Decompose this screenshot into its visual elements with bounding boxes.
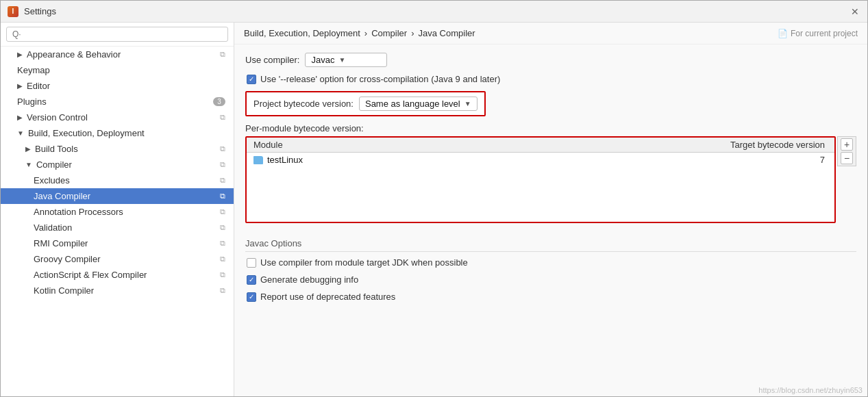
javac-options-section: Javac Options [245,238,856,252]
sidebar-item-keymap[interactable]: Keymap [1,62,234,78]
sidebar-item-label: Annotation Processors [34,207,123,217]
copy-icon: ⧉ [220,50,225,59]
add-row-button[interactable]: + [841,138,853,151]
sidebar-item-label: Validation [34,222,72,233]
settings-content: Use compiler: Javac ▼ ✓ Use '--release' … [234,44,867,396]
window-title: Settings [24,6,56,16]
sidebar-item-version-control[interactable]: ▶ Version Control ⧉ [1,110,234,125]
sidebar-item-label: Editor [27,81,50,91]
sidebar-item-label: Build, Execution, Deployment [28,128,145,138]
debugging-info-row: ✓ Generate debugging info [245,274,856,285]
sidebar-item-kotlin-compiler[interactable]: Kotlin Compiler ⧉ [1,283,234,298]
breadcrumb: Build, Execution, Deployment › Compiler … [234,23,867,44]
bytecode-value: Same as language level [365,99,460,109]
deprecated-features-row: ✓ Report use of deprecated features [245,292,856,302]
copy-icon: ⧉ [220,207,225,216]
module-name: testLinux [253,155,820,165]
sidebar-item-plugins[interactable]: Plugins 3 [1,94,234,110]
per-module-table: Module Target bytecode version testLinux… [245,136,836,223]
title-bar: I Settings ✕ [1,1,867,23]
sidebar-item-compiler[interactable]: ▼ Compiler ⧉ [1,157,234,172]
search-box [1,23,234,47]
sidebar-item-actionscript-flex[interactable]: ActionScript & Flex Compiler ⧉ [1,267,234,283]
sidebar-item-editor[interactable]: ▶ Editor [1,78,234,94]
breadcrumb-current: Java Compiler [419,28,475,38]
dropdown-arrow-icon: ▼ [338,56,345,64]
module-target-jdk-row: Use compiler from module target JDK when… [245,257,856,268]
col-module-header: Module [253,140,730,150]
copy-icon: ⧉ [220,144,225,153]
sidebar-item-label: Appearance & Behavior [27,49,121,60]
arrow-icon: ▶ [25,145,31,153]
settings-window: I Settings ✕ ▶ Appearance & Behavior ⧉ K… [0,0,868,397]
col-version-header: Target bytecode version [730,140,828,150]
remove-row-button[interactable]: − [841,152,853,164]
sidebar-item-label: Excludes [34,175,70,185]
bytecode-version-select[interactable]: Same as language level ▼ [359,97,478,111]
release-option-label: Use '--release' option for cross-compila… [260,74,500,84]
deprecated-features-checkbox[interactable]: ✓ [247,292,256,302]
debugging-info-label: Generate debugging info [260,274,358,285]
sidebar-item-label: Plugins [17,97,47,107]
sidebar-item-rmi-compiler[interactable]: RMI Compiler ⧉ [1,235,234,251]
arrow-icon: ▶ [17,114,23,121]
table-header: Module Target bytecode version [247,138,834,153]
breadcrumb-part-2: Compiler [371,28,407,38]
copy-icon: ⧉ [220,160,225,169]
release-option-checkbox[interactable]: ✓ [247,75,256,84]
close-button[interactable]: ✕ [850,6,860,17]
module-jdk-checkbox[interactable] [247,258,256,268]
sidebar-item-annotation-processors[interactable]: Annotation Processors ⧉ [1,204,234,220]
sidebar-item-excludes[interactable]: Excludes ⧉ [1,172,234,188]
copy-icon: ⧉ [220,176,225,185]
arrow-icon: ▶ [17,82,23,90]
sidebar: ▶ Appearance & Behavior ⧉ Keymap ▶ Edito… [1,23,234,396]
sidebar-item-validation[interactable]: Validation ⧉ [1,220,234,235]
copy-icon: ⧉ [220,286,225,295]
sidebar-item-label: Groovy Compiler [34,254,101,264]
arrow-icon: ▼ [17,129,24,137]
use-compiler-label: Use compiler: [245,55,299,65]
sidebar-item-label: Version Control [27,112,88,123]
sidebar-item-groovy-compiler[interactable]: Groovy Compiler ⧉ [1,251,234,267]
table-row: testLinux 7 [247,153,834,167]
project-icon: 📄 [778,29,788,38]
sidebar-item-label: Kotlin Compiler [34,285,94,296]
table-controls: + − [837,136,856,166]
sidebar-item-label: Keymap [17,65,50,75]
copy-icon: ⧉ [220,113,225,122]
per-module-table-container: Module Target bytecode version testLinux… [245,136,856,230]
module-jdk-label: Use compiler from module target JDK when… [260,257,468,268]
arrow-icon: ▼ [25,161,32,168]
breadcrumb-sep-1: › [364,28,367,38]
breadcrumb-part-1: Build, Execution, Deployment [244,28,360,38]
debugging-info-checkbox[interactable]: ✓ [247,275,256,285]
arrow-icon: ▶ [17,51,23,58]
compiler-value: Javac [311,55,334,65]
copy-icon: ⧉ [220,239,225,248]
breadcrumb-sep-2: › [411,28,414,38]
version-value: 7 [820,155,828,165]
use-compiler-select[interactable]: Javac ▼ [305,53,387,67]
main-panel: Build, Execution, Deployment › Compiler … [234,23,867,396]
search-input[interactable] [6,27,228,42]
plugins-badge: 3 [213,97,225,106]
copy-icon: ⧉ [220,270,225,279]
sidebar-item-label: Build Tools [35,144,78,154]
sidebar-item-build-tools[interactable]: ▶ Build Tools ⧉ [1,141,234,157]
sidebar-item-build-exec-deploy[interactable]: ▼ Build, Execution, Deployment [1,125,234,141]
release-option-row: ✓ Use '--release' option for cross-compi… [245,74,856,84]
per-module-label: Per-module bytecode version: [245,123,856,133]
app-icon: I [8,6,18,17]
sidebar-item-label: RMI Compiler [34,238,88,248]
sidebar-item-label: Compiler [36,159,72,170]
watermark: https://blog.csdn.net/zhuyin653 [758,386,863,394]
copy-icon: ⧉ [220,223,225,232]
folder-icon [253,156,263,164]
deprecated-features-label: Report use of deprecated features [260,292,395,302]
project-bytecode-label: Project bytecode version: [253,99,354,109]
sidebar-item-java-compiler[interactable]: Java Compiler ⧉ [1,188,234,204]
table-empty-area [247,167,834,222]
copy-icon: ⧉ [220,192,225,201]
sidebar-item-appearance[interactable]: ▶ Appearance & Behavior ⧉ [1,47,234,62]
